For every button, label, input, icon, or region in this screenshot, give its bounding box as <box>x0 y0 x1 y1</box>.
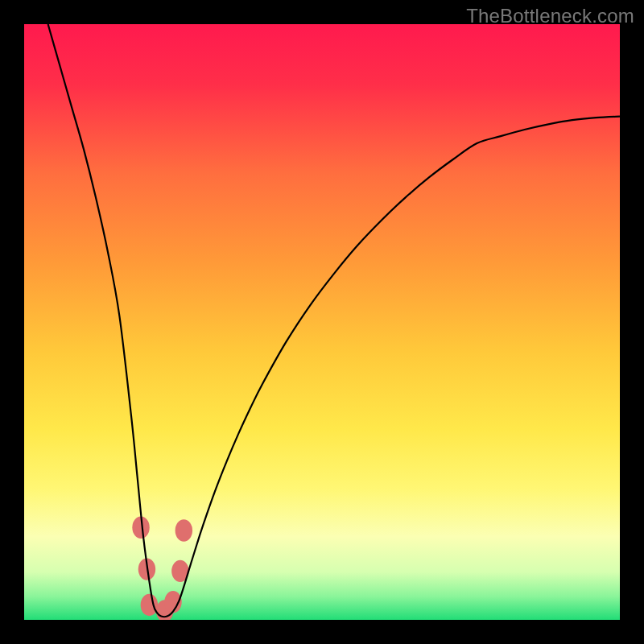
plot-area <box>24 24 620 620</box>
data-marker <box>141 594 158 616</box>
chart-stage: TheBottleneck.com <box>0 0 644 644</box>
chart-svg <box>24 24 620 620</box>
markers-group <box>132 517 192 620</box>
watermark-text: TheBottleneck.com <box>466 5 634 27</box>
data-marker <box>175 519 192 541</box>
